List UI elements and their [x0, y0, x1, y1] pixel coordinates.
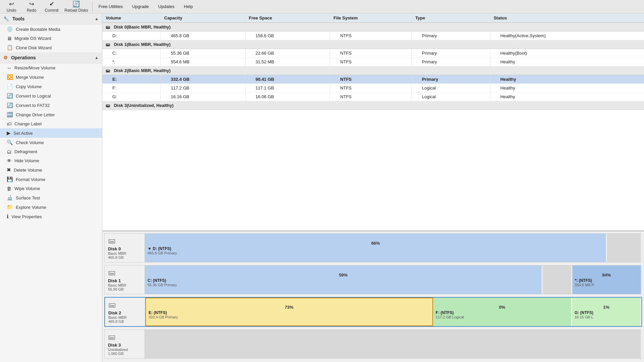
reload-icon: 🔄: [72, 0, 80, 8]
disk-2-label: Disk 2(Basic MBR, Healthy): [114, 68, 171, 73]
app-root: ↩ Undo ↪ Redo ✔ Commit 🔄 Reload Disks Fr…: [0, 0, 644, 362]
tools-items: 💿 Create Bootable Media 🖥 Migrate OS Wiz…: [0, 24, 102, 52]
help-label: Help: [184, 4, 193, 9]
col-free-space: Free Space: [245, 13, 330, 23]
disk-3-visual-icon: 🖴: [108, 333, 141, 341]
disk-2-part-f[interactable]: 0% F: (NTFS) 117.2 GB Logical: [433, 298, 572, 326]
menu-item-copy-volume[interactable]: 📄 Copy Volume: [0, 82, 102, 91]
right-area: Volume Capacity Free Space File System T…: [102, 13, 644, 362]
free-utilities-menu[interactable]: Free Utilities: [94, 0, 127, 13]
toolbar: ↩ Undo ↪ Redo ✔ Commit 🔄 Reload Disks Fr…: [0, 0, 644, 13]
disk-0-part-d[interactable]: 66% ▼ D: (NTFS) 465.8 GB Primary: [145, 234, 607, 262]
menu-item-view-properties[interactable]: ℹ View Properties: [0, 212, 102, 221]
tools-label: Tools: [12, 16, 24, 21]
disk-2-part-g[interactable]: 1% G: (NTFS) 16.16 GB L.: [572, 298, 641, 326]
disk-2-visual-icon: 🖴: [108, 300, 142, 309]
surface-icon: 🔬: [7, 195, 13, 201]
toolbar-divider: [92, 2, 93, 12]
menu-item-set-active[interactable]: ▶ Set Active: [0, 128, 102, 138]
reload-label: Reload Disks: [64, 8, 88, 13]
left-panel: 🔧 Tools ▲ 💿 Create Bootable Media 🖥 Migr…: [0, 13, 102, 362]
disk-1-label-col: 🖴 Disk 1 Basic MBR 55.90 GB: [105, 265, 145, 294]
disk-0-row: 🖴 Disk 0(Basic MBR, Healthy): [102, 23, 644, 32]
check-icon: 🔍: [7, 139, 13, 145]
disk-1-row: 🖴 Disk 1(Basic MBR, Healthy): [102, 40, 644, 49]
commit-button[interactable]: ✔ Commit: [42, 0, 62, 13]
menu-item-wipe-volume[interactable]: 🗑 Wipe Volume: [0, 184, 102, 193]
menu-item-migrate-os[interactable]: 🖥 Migrate OS Wizard: [0, 34, 102, 43]
disk-1-visual: 🖴 Disk 1 Basic MBR 55.90 GB 59% C: (NTFS…: [104, 265, 642, 294]
disk-3-row: 🖴 Disk 3(Uninitialized, Healthy): [102, 101, 644, 110]
menu-item-format-volume[interactable]: 💾 Format Volume: [0, 175, 102, 184]
volume-table: Volume Capacity Free Space File System T…: [102, 13, 644, 110]
disk-2-part-e[interactable]: 73% E: (NTFS) 332.4 GB Primary: [145, 298, 433, 326]
menu-item-check-volume[interactable]: 🔍 Check Volume: [0, 138, 102, 147]
menu-item-delete-volume[interactable]: ✖ Delete Volume: [0, 165, 102, 175]
disk-3-visual: 🖴 Disk 3 Uninitialized 1.000 GB: [104, 329, 642, 359]
disk-1-partitions: 59% C: (NTFS) 55.36 GB Primary 94% *: (N…: [145, 265, 642, 294]
menu-item-change-drive-letter[interactable]: 🔤 Change Drive Letter: [0, 110, 102, 119]
help-menu[interactable]: Help: [179, 0, 198, 13]
disk-1-part-c[interactable]: 59% C: (NTFS) 55.36 GB Primary: [145, 265, 542, 294]
hide-icon: 👁: [7, 158, 12, 164]
commit-icon: ✔: [49, 0, 54, 8]
menu-item-explore-volume[interactable]: 📁 Explore Volume: [0, 202, 102, 212]
operations-section-header[interactable]: ⚙ Operations ▲: [0, 52, 102, 63]
col-volume: Volume: [102, 13, 161, 23]
resize-icon: ↔: [7, 65, 12, 71]
vol-row-c[interactable]: C: 55.36 GB 22.66 GB NTFS Primary Health…: [102, 49, 644, 58]
menu-item-clone-disk[interactable]: 📋 Clone Disk Wizard: [0, 43, 102, 52]
clone-icon: 📋: [7, 45, 13, 51]
disk-2-icon: 🖴: [106, 68, 110, 73]
disk-1-part-star[interactable]: 94% *: (NTFS) 554.6 MB P.: [572, 265, 642, 294]
disk-2-visual: 🖴 Disk 2 Basic MBR 465.8 GB 73% E: (NTFS…: [104, 297, 642, 327]
disk-2-row: 🖴 Disk 2(Basic MBR, Healthy): [102, 66, 644, 75]
commit-label: Commit: [45, 8, 58, 13]
operations-label: Operations: [11, 55, 36, 60]
left-panel-scroll: 🔧 Tools ▲ 💿 Create Bootable Media 🖥 Migr…: [0, 13, 102, 362]
free-utilities-label: Free Utilities: [99, 4, 123, 9]
menu-item-resize-move[interactable]: ↔ Resize/Move Volume: [0, 63, 102, 72]
menu-item-convert-logical[interactable]: 🔄 Convert to Logical: [0, 91, 102, 101]
explore-icon: 📁: [7, 204, 13, 210]
upgrade-label: Upgrade: [132, 4, 149, 9]
properties-icon: ℹ: [7, 214, 9, 220]
menu-item-convert-fat32[interactable]: 🔄 Convert to FAT32: [0, 101, 102, 110]
disk-0-icon: 🖴: [106, 24, 110, 29]
upgrade-menu[interactable]: Upgrade: [127, 0, 154, 13]
redo-button[interactable]: ↪ Redo: [21, 0, 42, 13]
undo-button[interactable]: ↩ Undo: [1, 0, 21, 13]
disk-2-partitions: 73% E: (NTFS) 332.4 GB Primary 0% F: (NT…: [145, 298, 641, 326]
undo-icon: ↩: [9, 0, 14, 8]
undo-label: Undo: [7, 8, 16, 13]
operations-collapse-icon: ▲: [95, 55, 99, 60]
vol-row-e[interactable]: E: 332.4 GB 90.41 GB NTFS Primary Health…: [102, 75, 644, 84]
menu-item-create-bootable[interactable]: 💿 Create Bootable Media: [0, 24, 102, 34]
reload-disks-button[interactable]: 🔄 Reload Disks: [62, 0, 91, 13]
vol-row-g[interactable]: G: 16.16 GB 16.06 GB NTFS Logical Health…: [102, 93, 644, 101]
tools-section-header[interactable]: 🔧 Tools ▲: [0, 13, 102, 24]
copy-icon: 📄: [7, 83, 13, 89]
updates-menu[interactable]: Updates: [154, 0, 179, 13]
disk-3-partitions: [145, 330, 642, 358]
vol-row-star[interactable]: *: 554.6 MB 31.52 MB NTFS Primary Health…: [102, 58, 644, 66]
col-type: Type: [412, 13, 490, 23]
table-area[interactable]: Volume Capacity Free Space File System T…: [102, 13, 644, 231]
wipe-icon: 🗑: [7, 186, 12, 191]
menu-item-hide-volume[interactable]: 👁 Hide Volume: [0, 156, 102, 165]
format-icon: 💾: [7, 176, 13, 182]
menu-item-defragment[interactable]: 🗂 Defragment: [0, 147, 102, 156]
menu-item-merge-volume[interactable]: 🔀 Merge Volume: [0, 72, 102, 82]
tools-collapse-icon: ▲: [95, 16, 99, 21]
disk-3-part-unalloc: [145, 330, 642, 358]
disk-0-partitions: 66% ▼ D: (NTFS) 465.8 GB Primary: [145, 234, 642, 262]
vol-row-d[interactable]: D: 465.8 GB 158.6 GB NTFS Primary Health…: [102, 32, 644, 40]
disk-1-part-gap: [542, 265, 572, 294]
menu-item-change-label[interactable]: 🏷 Change Label: [0, 119, 102, 128]
bootable-icon: 💿: [7, 26, 13, 32]
menu-item-surface-test[interactable]: 🔬 Surface Test: [0, 193, 102, 202]
delete-icon: ✖: [7, 167, 11, 173]
disk-0-visual-icon: 🖴: [108, 236, 141, 245]
vol-row-f[interactable]: F: 117.2 GB 117.1 GB NTFS Logical Health…: [102, 84, 644, 93]
convert-logical-icon: 🔄: [7, 93, 13, 99]
